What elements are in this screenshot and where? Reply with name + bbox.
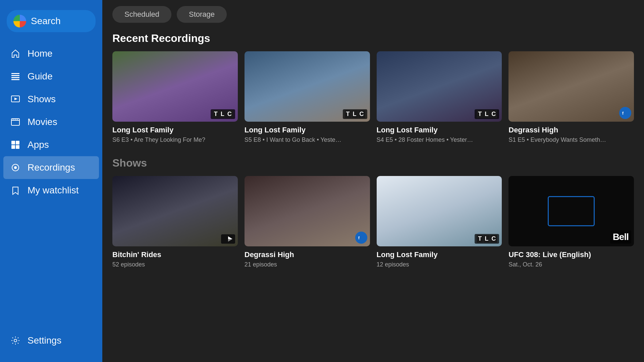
shows-icon <box>10 94 21 105</box>
card-ufc[interactable]: Bell UFC 308: Live (English) Sat., Oct. … <box>508 176 634 268</box>
sidebar: Search Home Guide <box>0 0 102 362</box>
tlc-badge-shows: TLC <box>475 234 499 244</box>
card-title-llf-shows: Long Lost Family <box>377 250 502 259</box>
card-title-bitchin: Bitchin' Rides <box>112 250 238 259</box>
svg-rect-3 <box>11 79 19 80</box>
recordings-icon <box>10 162 21 173</box>
card-title-degrassi1: Degrassi High <box>508 126 634 134</box>
search-button[interactable]: Search <box>7 10 96 32</box>
guide-label: Guide <box>28 71 53 82</box>
svg-rect-8 <box>13 119 13 120</box>
card-subtitle-llf3: S4 E5 • 28 Foster Homes • Yester… <box>377 136 502 143</box>
svg-rect-12 <box>16 141 19 144</box>
svg-rect-11 <box>11 141 15 144</box>
watchlist-icon <box>10 185 21 196</box>
sidebar-nav: Home Guide Shows <box>0 42 102 329</box>
watchlist-label: My watchlist <box>28 185 78 196</box>
card-thumb-bitchin <box>112 176 238 246</box>
sidebar-item-watchlist[interactable]: My watchlist <box>0 179 102 202</box>
sidebar-item-settings[interactable]: Settings <box>0 329 102 352</box>
family-badge-2: f <box>355 232 367 244</box>
google-mic-icon <box>13 15 26 27</box>
family-badge: f <box>619 107 631 119</box>
settings-icon <box>10 335 21 346</box>
card-llf1[interactable]: TLC Long Lost Family S6 E3 • Are They Lo… <box>112 51 238 143</box>
card-thumb-llf-shows: TLC <box>377 176 502 246</box>
svg-text:f: f <box>358 236 360 240</box>
content-area: Recent Recordings TLC Long Lost Family S… <box>102 29 644 362</box>
card-bitchin[interactable]: Bitchin' Rides 52 episodes <box>112 176 238 268</box>
svg-marker-5 <box>14 98 17 100</box>
sidebar-item-home[interactable]: Home <box>0 42 102 65</box>
tlc-badge-3: TLC <box>475 109 499 119</box>
card-subtitle-llf1: S6 E3 • Are They Looking For Me? <box>112 136 238 143</box>
card-title-ufc: UFC 308: Live (English) <box>508 250 634 259</box>
home-label: Home <box>28 48 53 59</box>
card-title-llf1: Long Lost Family <box>112 126 238 134</box>
card-thumb-llf3: TLC <box>377 51 502 122</box>
shows-label: Shows <box>28 94 56 105</box>
card-subtitle-ufc: Sat., Oct. 26 <box>508 261 634 268</box>
sidebar-item-guide[interactable]: Guide <box>0 65 102 88</box>
svg-point-17 <box>14 339 17 342</box>
movies-label: Movies <box>28 117 57 127</box>
svg-rect-14 <box>16 145 19 149</box>
shows-cards: Bitchin' Rides 52 episodes f Degrassi Hi… <box>112 176 634 268</box>
card-title-degrassi2: Degrassi High <box>245 250 370 259</box>
card-thumb-degrassi2: f <box>245 176 370 246</box>
sidebar-item-shows[interactable]: Shows <box>0 88 102 111</box>
settings-label: Settings <box>28 335 61 346</box>
guide-icon <box>10 71 21 82</box>
card-thumb-llf2: TLC <box>245 51 370 122</box>
card-thumb-ufc: Bell <box>508 176 634 246</box>
card-thumb-degrassi1: f <box>508 51 634 122</box>
svg-rect-13 <box>11 145 15 149</box>
sidebar-item-recordings[interactable]: Recordings <box>3 156 99 179</box>
svg-rect-2 <box>11 77 19 78</box>
svg-rect-1 <box>11 75 19 76</box>
card-subtitle-bitchin: 52 episodes <box>112 261 238 268</box>
card-degrassi2[interactable]: f Degrassi High 21 episodes <box>245 176 370 268</box>
sidebar-item-apps[interactable]: Apps <box>0 133 102 156</box>
bell-outline-icon <box>548 196 595 226</box>
apps-icon <box>10 139 21 150</box>
svg-rect-0 <box>11 73 19 74</box>
recent-recordings-section: Recent Recordings TLC Long Lost Family S… <box>112 32 634 143</box>
svg-text:f: f <box>622 111 624 116</box>
apps-label: Apps <box>28 139 49 150</box>
main-content: Scheduled Storage Recent Recordings TLC … <box>102 0 644 362</box>
card-title-llf3: Long Lost Family <box>377 126 502 134</box>
card-llf-shows[interactable]: TLC Long Lost Family 12 episodes <box>377 176 502 268</box>
card-subtitle-llf2: S5 E8 • I Want to Go Back • Yeste… <box>245 136 370 143</box>
search-label: Search <box>31 16 61 26</box>
tlc-badge: TLC <box>211 109 235 119</box>
recordings-label: Recordings <box>28 162 75 173</box>
svg-rect-7 <box>11 120 19 121</box>
tab-storage[interactable]: Storage <box>177 6 227 23</box>
card-degrassi1[interactable]: f Degrassi High S1 E5 • Everybody Wants … <box>508 51 634 143</box>
card-thumb-llf1: TLC <box>112 51 238 122</box>
shows-section: Shows Bitchin' Rides 52 episo <box>112 157 634 268</box>
tlc-badge-2: TLC <box>343 109 367 119</box>
bell-logo: Bell <box>610 230 631 244</box>
card-title-llf2: Long Lost Family <box>245 126 370 134</box>
card-subtitle-degrassi2: 21 episodes <box>245 261 370 268</box>
card-subtitle-degrassi1: S1 E5 • Everybody Wants Someth… <box>508 136 634 143</box>
recent-recordings-cards: TLC Long Lost Family S6 E3 • Are They Lo… <box>112 51 634 143</box>
tabs-bar: Scheduled Storage <box>102 0 644 29</box>
recent-recordings-title: Recent Recordings <box>112 32 634 45</box>
movies-icon <box>10 117 21 127</box>
tab-scheduled[interactable]: Scheduled <box>112 6 171 23</box>
svg-rect-10 <box>17 119 17 120</box>
home-icon <box>10 48 21 59</box>
card-llf2[interactable]: TLC Long Lost Family S5 E8 • I Want to G… <box>245 51 370 143</box>
card-llf3[interactable]: TLC Long Lost Family S4 E5 • 28 Foster H… <box>377 51 502 143</box>
card-subtitle-llf-shows: 12 episodes <box>377 261 502 268</box>
svg-point-16 <box>14 166 17 169</box>
shows-section-title: Shows <box>112 157 634 169</box>
svg-rect-9 <box>15 119 15 120</box>
sidebar-item-movies[interactable]: Movies <box>0 111 102 133</box>
